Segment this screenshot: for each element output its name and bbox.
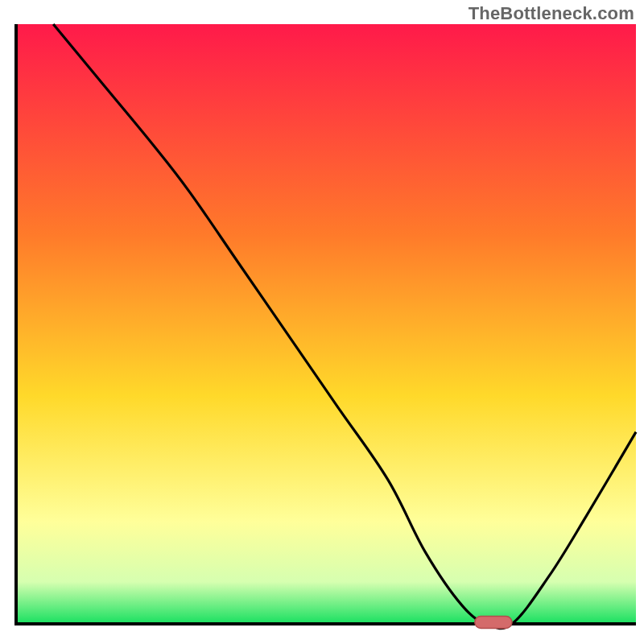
optimum-marker: [475, 617, 512, 629]
bottleneck-chart: [0, 0, 644, 644]
plot-background: [16, 24, 636, 624]
chart-container: TheBottleneck.com: [0, 0, 644, 644]
